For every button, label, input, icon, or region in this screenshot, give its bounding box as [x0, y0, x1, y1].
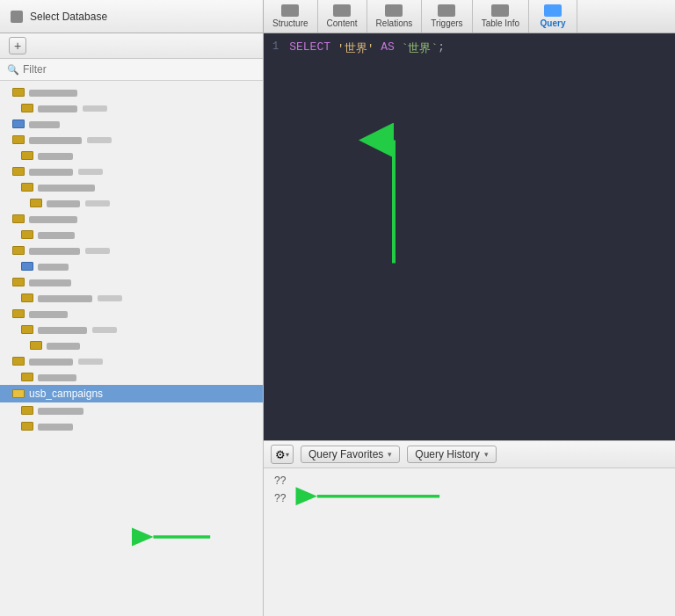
gear-chevron: ▾	[286, 451, 289, 459]
table-icon	[30, 341, 42, 350]
table-icon	[12, 278, 25, 286]
query-icon	[544, 4, 562, 17]
sidebar-item-label	[29, 248, 80, 255]
gear-icon: ⚙	[275, 448, 286, 461]
sidebar-item-item_17[interactable]	[0, 337, 263, 353]
sidebar-item-label	[29, 279, 71, 286]
table-icon	[21, 406, 33, 415]
sidebar-item-item_22[interactable]	[0, 418, 263, 434]
sql-space2	[374, 40, 381, 54]
table-icon	[30, 199, 42, 207]
table-icon	[21, 230, 33, 239]
view-icon	[21, 262, 33, 271]
sidebar-item-label	[29, 90, 77, 97]
table-icon	[12, 88, 25, 97]
sidebar-item-label	[38, 232, 75, 239]
sidebar-item-usb_campaigns[interactable]: usb_campaigns	[0, 385, 263, 402]
relations-icon	[385, 4, 403, 17]
filter-input[interactable]	[23, 63, 256, 76]
table-info-icon	[491, 4, 509, 17]
sidebar-item-item_18[interactable]	[0, 353, 263, 369]
tab-triggers[interactable]: Triggers	[422, 0, 472, 33]
sidebar-header: +	[0, 33, 263, 59]
sidebar-item-label	[38, 264, 69, 271]
table-icon	[21, 104, 33, 112]
backtick-value: `世界`	[402, 40, 439, 56]
gear-button[interactable]: ⚙ ▾	[271, 445, 294, 464]
favorites-chevron-icon: ▾	[388, 450, 392, 459]
query-favorites-dropdown[interactable]: Query Favorites ▾	[301, 446, 400, 463]
sidebar-item-label	[47, 200, 80, 207]
sidebar-item-label	[38, 105, 77, 112]
sidebar-item-label	[38, 153, 73, 160]
sidebar-item-item_2[interactable]	[0, 100, 263, 116]
sidebar-item-item_12[interactable]	[0, 258, 263, 274]
tab-content[interactable]: Content	[318, 0, 367, 33]
tab-content-label: Content	[327, 18, 358, 28]
content-icon	[333, 4, 351, 17]
sidebar-item-label	[29, 137, 82, 144]
sidebar-item-extra	[85, 248, 110, 254]
string-value: '世界'	[338, 40, 374, 56]
table-icon	[12, 214, 25, 223]
sidebar-item-item_19[interactable]	[0, 369, 263, 385]
tab-query-label: Query	[541, 18, 566, 28]
sidebar-item-item_5[interactable]	[0, 148, 263, 163]
sidebar-item-item_16[interactable]	[0, 322, 263, 337]
table-icon	[21, 151, 33, 160]
sidebar-item-extra	[87, 137, 112, 143]
sidebar-item-extra	[83, 105, 107, 112]
tab-query[interactable]: Query	[529, 0, 577, 33]
tab-structure[interactable]: Structure	[264, 0, 318, 33]
query-history-dropdown[interactable]: Query History ▾	[407, 446, 496, 463]
sql-space1	[330, 40, 338, 54]
sidebar-item-label	[29, 359, 73, 366]
sidebar-item-label	[38, 295, 92, 302]
keyword-as: AS	[381, 40, 395, 54]
sql-line-1: 1 SELECT '世界' AS `世界` ;	[272, 40, 666, 56]
line-number: 1	[272, 40, 279, 53]
sidebar-item-label	[38, 424, 73, 431]
table-icon	[12, 135, 25, 144]
sidebar-item-item_1[interactable]	[0, 84, 263, 100]
sidebar-item-item_10[interactable]	[0, 227, 263, 243]
tab-relations[interactable]: Relations	[367, 0, 423, 33]
query-list-item-q1[interactable]: ??	[264, 472, 675, 489]
table-icon	[12, 246, 25, 255]
sidebar-item-item_14[interactable]	[0, 290, 263, 306]
tab-buttons: Structure Content Relations Triggers Tab…	[264, 0, 675, 33]
query-favorites-label: Query Favorites	[308, 448, 383, 460]
top-toolbar: Select Database Structure Content Relati…	[0, 0, 675, 33]
tab-triggers-label: Triggers	[431, 18, 462, 28]
sidebar-item-item_4[interactable]	[0, 132, 263, 148]
sidebar-item-extra	[98, 295, 122, 301]
add-table-button[interactable]: +	[9, 37, 26, 54]
search-icon: 🔍	[7, 64, 19, 76]
sidebar-item-label	[29, 169, 73, 176]
filter-bar: 🔍	[0, 59, 263, 81]
sidebar-item-item_8[interactable]	[0, 195, 263, 211]
sidebar-item-item_21[interactable]	[0, 402, 263, 418]
sidebar-item-item_11[interactable]	[0, 243, 263, 258]
table-icon	[21, 325, 33, 334]
select-database-button[interactable]: Select Database	[0, 0, 264, 33]
sidebar-item-item_15[interactable]	[0, 306, 263, 322]
right-panel-wrapper: 1 SELECT '世界' AS `世界` ;	[264, 33, 675, 616]
sidebar-item-item_13[interactable]	[0, 274, 263, 290]
sidebar-item-label	[47, 343, 80, 350]
sidebar-item-label	[29, 216, 77, 223]
sidebar-item-item_9[interactable]	[0, 211, 263, 227]
sidebar-item-label	[38, 408, 83, 415]
sidebar-item-item_6[interactable]	[0, 163, 263, 179]
sidebar-item-item_7[interactable]	[0, 179, 263, 195]
tab-table-info[interactable]: Table Info	[473, 0, 529, 33]
sidebar-item-label	[38, 185, 95, 192]
sidebar-list: usb_campaigns	[0, 81, 263, 616]
sql-editor[interactable]: 1 SELECT '世界' AS `世界` ;	[264, 33, 675, 440]
view-icon	[12, 120, 25, 128]
keyword-select: SELECT	[289, 40, 330, 54]
query-list: ????	[264, 468, 675, 616]
sidebar-item-label	[38, 327, 87, 334]
query-list-item-q2[interactable]: ??	[264, 489, 675, 507]
sidebar-item-item_3[interactable]	[0, 116, 263, 132]
